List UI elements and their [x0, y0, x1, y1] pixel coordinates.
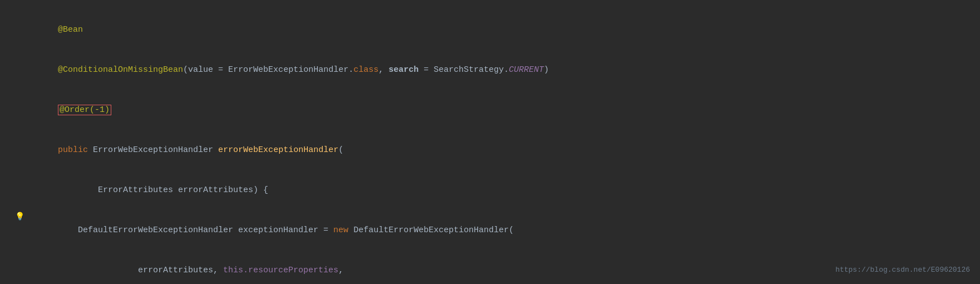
url-watermark: https://blog.csdn.net/E09620126 — [835, 265, 970, 276]
code-editor: @Bean @ConditionalOnMissingBean(value = … — [0, 0, 980, 284]
line-content-2: @ConditionalOnMissingBean(value = ErrorW… — [28, 50, 980, 90]
kw-public: public — [58, 145, 88, 155]
annotation-bean: @Bean — [58, 25, 83, 35]
var-name: exceptionHandler = — [233, 226, 333, 235]
space-4b — [213, 145, 218, 155]
comma-7: , — [338, 266, 343, 275]
dot-2b: . — [504, 65, 509, 75]
param-errorattr: errorAttributes) { — [173, 185, 268, 195]
indent-7 — [58, 266, 138, 275]
code-line-2: @ConditionalOnMissingBean(value = ErrorW… — [11, 50, 980, 90]
indent-5 — [58, 185, 98, 195]
kw-class: class — [353, 65, 378, 75]
line-content-5: ErrorAttributes errorAttributes) { — [28, 170, 980, 210]
eq-2b: = — [418, 65, 434, 75]
dot-2a: . — [348, 65, 353, 75]
constant-current: CURRENT — [509, 65, 544, 75]
paren-6: ( — [509, 226, 514, 235]
indent-6 — [58, 226, 78, 235]
bulb-area-6: 💡 — [11, 210, 28, 223]
paren-4: ( — [338, 145, 343, 155]
line-content-4: public ErrorWebExceptionHandler errorWeb… — [28, 130, 980, 170]
plain-errorattr7: errorAttributes, — [138, 266, 223, 275]
class-errorattributes: ErrorAttributes — [98, 185, 173, 195]
paren-open-2: ( — [183, 65, 188, 75]
code-line-3: @Order(-1) — [11, 90, 980, 130]
annotation-conditional: @ConditionalOnMissingBean — [58, 65, 183, 75]
class-errorwebhandler: ErrorWebExceptionHandler — [93, 145, 213, 155]
code-line-7: errorAttributes, this.resourceProperties… — [11, 251, 980, 284]
line-content-1: @Bean — [28, 10, 980, 50]
code-line-4: public ErrorWebExceptionHandler errorWeb… — [11, 130, 980, 170]
paren-close-2: ) — [544, 65, 549, 75]
field-resourceprops: this.resourceProperties — [223, 266, 338, 275]
method-errorweb: errorWebExceptionHandler — [218, 145, 338, 155]
class-errorweb: ErrorWebExceptionHandler — [228, 65, 348, 75]
space-6 — [348, 226, 353, 235]
code-line-5: ErrorAttributes errorAttributes) { — [11, 170, 980, 210]
class-defaulterror2: DefaultErrorWebExceptionHandler — [353, 226, 509, 235]
annotation-order-highlighted: @Order(-1) — [58, 105, 111, 115]
code-line-1: @Bean — [11, 10, 980, 50]
kw-new: new — [333, 226, 348, 235]
class-defaulterror: DefaultErrorWebExceptionHandler — [78, 226, 233, 235]
bulb-icon[interactable]: 💡 — [15, 210, 24, 223]
keyword-search: search — [388, 65, 418, 75]
eq-2: = — [213, 65, 228, 75]
param-value: value — [188, 65, 213, 75]
line-content-6: DefaultErrorWebExceptionHandler exceptio… — [28, 210, 980, 251]
space-4 — [88, 145, 93, 155]
class-searchstrategy: SearchStrategy — [434, 65, 504, 75]
comma-2: , — [378, 65, 388, 75]
code-line-6: 💡 DefaultErrorWebExceptionHandler except… — [11, 210, 980, 251]
line-content-3: @Order(-1) — [28, 90, 980, 130]
